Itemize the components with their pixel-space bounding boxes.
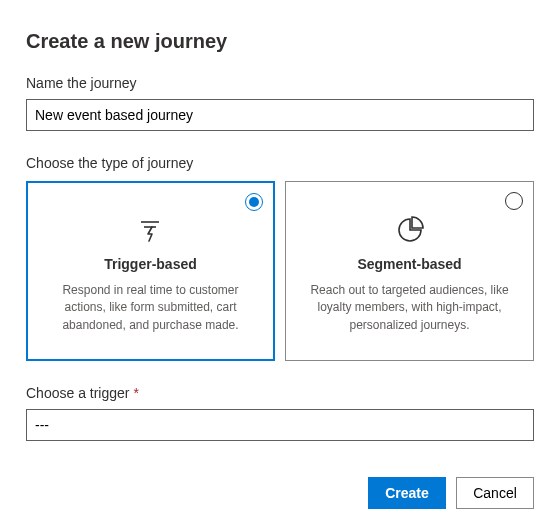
radio-trigger-based[interactable] xyxy=(245,193,263,211)
trigger-input[interactable] xyxy=(26,409,534,441)
name-input[interactable] xyxy=(26,99,534,131)
segment-icon xyxy=(306,216,513,244)
trigger-field-group: Choose a trigger * xyxy=(26,385,534,441)
create-button[interactable]: Create xyxy=(368,477,446,509)
type-card-title: Segment-based xyxy=(306,256,513,272)
type-card-trigger-based[interactable]: Trigger-based Respond in real time to cu… xyxy=(26,181,275,361)
trigger-icon xyxy=(47,216,254,244)
required-marker: * xyxy=(133,385,138,401)
type-card-segment-based[interactable]: Segment-based Reach out to targeted audi… xyxy=(285,181,534,361)
name-field-group: Name the journey xyxy=(26,75,534,131)
name-label: Name the journey xyxy=(26,75,534,91)
trigger-label-text: Choose a trigger xyxy=(26,385,133,401)
page-title: Create a new journey xyxy=(26,30,534,53)
type-options: Trigger-based Respond in real time to cu… xyxy=(26,181,534,361)
type-card-title: Trigger-based xyxy=(47,256,254,272)
type-card-desc: Respond in real time to customer actions… xyxy=(47,282,254,334)
type-card-desc: Reach out to targeted audiences, like lo… xyxy=(306,282,513,334)
trigger-label: Choose a trigger * xyxy=(26,385,534,401)
type-label: Choose the type of journey xyxy=(26,155,534,171)
dialog-footer: Create Cancel xyxy=(26,477,534,509)
radio-segment-based[interactable] xyxy=(505,192,523,210)
type-section: Choose the type of journey Trigger-based… xyxy=(26,155,534,361)
cancel-button[interactable]: Cancel xyxy=(456,477,534,509)
